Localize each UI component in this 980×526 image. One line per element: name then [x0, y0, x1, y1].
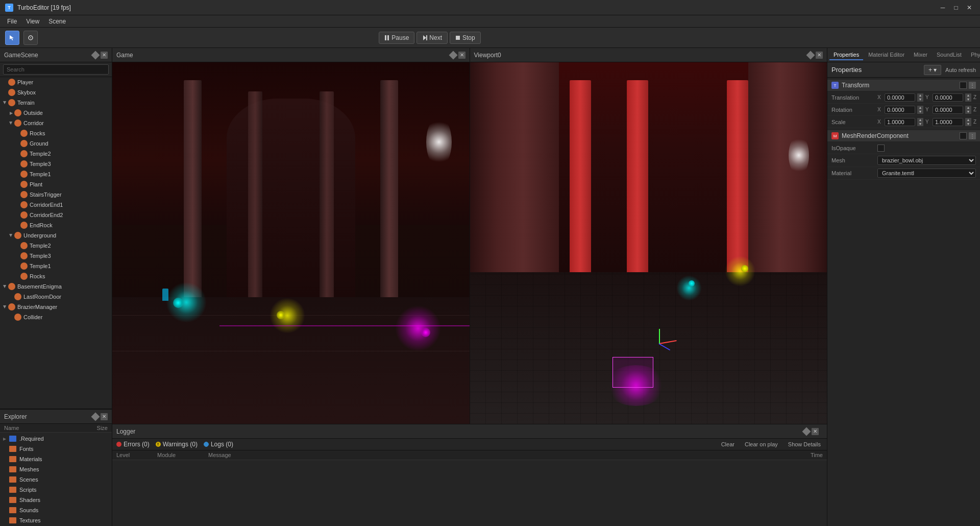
- clear-on-play-button[interactable]: Clear on play: [743, 441, 780, 448]
- rotation-x-input[interactable]: [885, 106, 915, 114]
- mesh-render-checkbox[interactable]: [960, 132, 967, 139]
- minimize-button[interactable]: ─: [937, 2, 948, 13]
- explorer-close-btn[interactable]: ✕: [101, 413, 108, 420]
- underground-arrow[interactable]: ▶: [8, 232, 14, 238]
- col-level[interactable]: Level: [116, 452, 157, 458]
- game-close-btn[interactable]: ✕: [458, 52, 465, 59]
- translation-y-spin[interactable]: ▲▼: [965, 93, 971, 102]
- tab-properties[interactable]: Properties: [829, 50, 863, 60]
- next-button[interactable]: Next: [416, 32, 448, 44]
- tree-item-temple2a[interactable]: Temple2: [0, 149, 112, 159]
- tree-item-rocks2[interactable]: Rocks: [0, 271, 112, 281]
- tree-item-underground[interactable]: ▶ Underground: [0, 230, 112, 241]
- auto-refresh-button[interactable]: Auto refresh: [945, 67, 976, 73]
- maximize-button[interactable]: □: [950, 2, 962, 13]
- add-component-button[interactable]: + ▾: [924, 65, 941, 75]
- gamescene-diamond-btn[interactable]: [91, 51, 100, 59]
- file-sounds[interactable]: Sounds: [0, 505, 112, 515]
- translation-x-input[interactable]: [885, 93, 915, 102]
- file-materials[interactable]: Materials: [0, 454, 112, 464]
- scale-y-input[interactable]: [933, 118, 963, 126]
- logger-filter-logs[interactable]: Logs (0): [204, 441, 233, 448]
- tree-item-temple2b[interactable]: Temple2: [0, 241, 112, 251]
- clear-button[interactable]: Clear: [719, 441, 737, 448]
- vp0-close-btn[interactable]: ✕: [816, 52, 823, 59]
- gamescene-close-btn[interactable]: ✕: [101, 52, 108, 59]
- transform-checkbox[interactable]: [960, 82, 967, 89]
- tab-soundlist[interactable]: SoundList: [933, 50, 966, 60]
- translation-x-spin[interactable]: ▲▼: [917, 93, 923, 102]
- mesh-select[interactable]: brazier_bowl.obj: [877, 156, 976, 165]
- col-time[interactable]: Time: [782, 452, 823, 458]
- transform-header[interactable]: T Transform ⋮: [827, 80, 980, 91]
- game-diamond-btn[interactable]: [449, 51, 457, 59]
- tree-item-corridor[interactable]: ▶ Corridor: [0, 118, 112, 128]
- file-fonts[interactable]: Fonts: [0, 444, 112, 454]
- logger-filter-warnings[interactable]: ! Warnings (0): [156, 441, 198, 448]
- tree-item-rocks1[interactable]: Rocks: [0, 128, 112, 138]
- vp0-diamond-btn[interactable]: [806, 51, 815, 59]
- file-shaders[interactable]: Shaders: [0, 495, 112, 505]
- file-scenes[interactable]: Scenes: [0, 474, 112, 485]
- logger-diamond-btn[interactable]: [802, 427, 811, 436]
- tree-item-stairs[interactable]: StairsTrigger: [0, 189, 112, 200]
- mesh-render-options-btn[interactable]: ⋮: [969, 132, 976, 139]
- rotation-y-input[interactable]: [933, 106, 963, 114]
- terrain-arrow[interactable]: ▶: [2, 100, 8, 106]
- tab-material-editor[interactable]: Material Editor: [864, 50, 909, 60]
- mesh-render-header[interactable]: M MeshRenderComponent ⋮: [827, 130, 980, 142]
- tree-item-outside[interactable]: ▶ Outside: [0, 108, 112, 118]
- game-viewport-content[interactable]: [112, 62, 470, 424]
- hand-tool-button[interactable]: [23, 31, 38, 45]
- tree-item-plant[interactable]: Plant: [0, 179, 112, 189]
- col-message[interactable]: Message: [208, 452, 782, 458]
- stop-button[interactable]: Stop: [450, 32, 481, 44]
- tree-item-collider[interactable]: Collider: [0, 312, 112, 322]
- tree-item-temple1b[interactable]: Temple1: [0, 261, 112, 271]
- tree-item-player[interactable]: Player: [0, 77, 112, 87]
- tree-item-brazier-manager[interactable]: ▶ BrazierManager: [0, 302, 112, 312]
- col-name[interactable]: Name: [4, 425, 77, 431]
- tree-item-basement[interactable]: ▶ BasementEnigma: [0, 281, 112, 292]
- file-meshes[interactable]: Meshes: [0, 464, 112, 474]
- rotation-y-spin[interactable]: ▲▼: [965, 106, 971, 114]
- tab-mixer[interactable]: Mixer: [910, 50, 932, 60]
- tree-item-skybox[interactable]: Skybox: [0, 87, 112, 98]
- tree-item-corridor-end1[interactable]: CorridorEnd1: [0, 200, 112, 210]
- search-input[interactable]: [3, 64, 109, 75]
- corridor-arrow[interactable]: ▶: [8, 120, 14, 126]
- basement-arrow[interactable]: ▶: [2, 283, 8, 290]
- tab-physic-settings[interactable]: Physic Settings: [967, 50, 980, 60]
- brazier-arrow[interactable]: ▶: [2, 304, 8, 310]
- tree-item-corridor-end2[interactable]: CorridorEnd2: [0, 210, 112, 220]
- file-required[interactable]: ▶ .Required: [0, 434, 112, 444]
- tree-item-ground[interactable]: Ground: [0, 138, 112, 149]
- cursor-tool-button[interactable]: [5, 31, 19, 45]
- scale-x-input[interactable]: [885, 118, 915, 126]
- logger-filter-errors[interactable]: Errors (0): [116, 441, 150, 448]
- pause-button[interactable]: Pause: [379, 32, 414, 44]
- scale-y-spin[interactable]: ▲▼: [965, 118, 971, 126]
- file-textures[interactable]: Textures: [0, 515, 112, 525]
- tree-item-temple3a[interactable]: Temple3: [0, 159, 112, 169]
- is-opaque-checkbox[interactable]: [877, 145, 885, 152]
- material-select[interactable]: Granite.temtl: [877, 169, 976, 178]
- menu-file[interactable]: File: [3, 17, 21, 26]
- tree-item-temple1a[interactable]: Temple1: [0, 169, 112, 179]
- tree-item-last-room-door[interactable]: LastRoomDoor: [0, 292, 112, 302]
- show-details-button[interactable]: Show Details: [786, 441, 823, 448]
- transform-options-btn[interactable]: ⋮: [969, 82, 976, 89]
- logger-close-btn[interactable]: ✕: [812, 428, 819, 435]
- translation-y-input[interactable]: [933, 93, 963, 102]
- file-scripts[interactable]: Scripts: [0, 485, 112, 495]
- tree-item-endrock[interactable]: EndRock: [0, 220, 112, 230]
- tree-item-temple3b[interactable]: Temple3: [0, 251, 112, 261]
- scale-x-spin[interactable]: ▲▼: [917, 118, 923, 126]
- close-button[interactable]: ✕: [964, 2, 975, 13]
- col-module[interactable]: Module: [157, 452, 208, 458]
- outside-arrow[interactable]: ▶: [8, 110, 14, 116]
- rotation-x-spin[interactable]: ▲▼: [917, 106, 923, 114]
- menu-scene[interactable]: Scene: [44, 17, 70, 26]
- col-size[interactable]: Size: [77, 425, 108, 431]
- menu-view[interactable]: View: [22, 17, 43, 26]
